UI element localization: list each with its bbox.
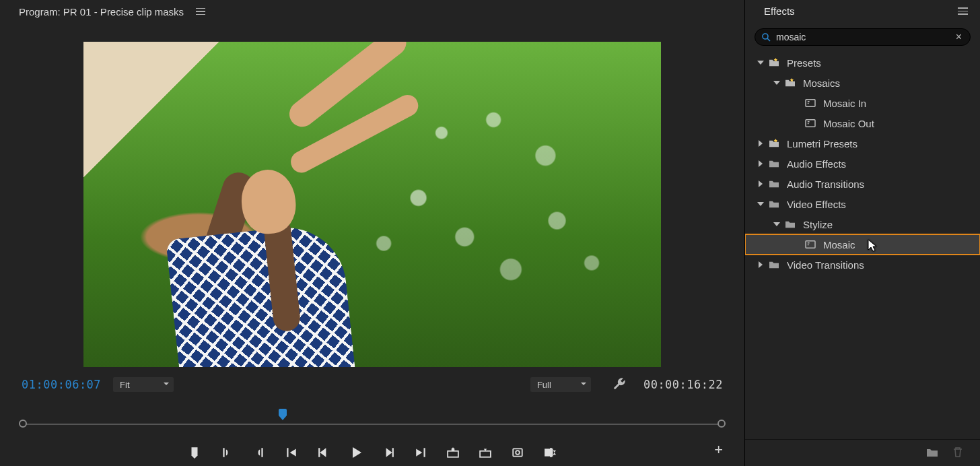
folder-label: Mosaics	[803, 77, 840, 89]
effects-header: Effects	[745, 0, 980, 23]
folder-label: Stylize	[803, 219, 833, 230]
button-editor-icon[interactable]: +	[714, 441, 723, 459]
folder-icon	[784, 220, 796, 229]
preset-mosaic-out[interactable]: Mosaic Out	[745, 113, 980, 133]
folder-label: Video Transitions	[787, 259, 864, 271]
timeline-ruler[interactable]	[22, 409, 723, 429]
step-back-button[interactable]	[318, 446, 330, 459]
go-to-in-button[interactable]	[285, 446, 298, 459]
go-to-out-button[interactable]	[415, 446, 427, 459]
add-marker-button[interactable]	[188, 446, 201, 459]
clear-search-icon[interactable]: ×	[954, 31, 963, 43]
folder-audio-transitions[interactable]: Audio Transitions	[745, 174, 980, 194]
program-title: Program: PR 01 - Precise clip masks	[19, 6, 184, 18]
program-monitor-panel: Program: PR 01 - Precise clip masks 01:0…	[0, 0, 745, 466]
folder-mosaics[interactable]: Mosaics	[745, 73, 980, 93]
preset-folder-icon	[768, 58, 780, 67]
extract-button[interactable]	[479, 446, 491, 459]
ruler-start-handle[interactable]	[19, 420, 27, 428]
preset-folder-icon	[784, 78, 796, 88]
folder-stylize[interactable]: Stylize	[745, 214, 980, 234]
ruler-end-handle[interactable]	[718, 420, 726, 428]
preset-icon	[804, 98, 816, 108]
search-icon	[762, 33, 771, 42]
folder-lumetri-presets[interactable]: Lumetri Presets	[745, 133, 980, 154]
lift-button[interactable]	[447, 446, 459, 459]
settings-wrench-icon[interactable]	[612, 377, 626, 393]
video-preview[interactable]	[83, 42, 661, 367]
effects-tree: Presets Mosaics Mosaic In Mosaic	[745, 50, 980, 439]
item-label: Mosaic Out	[823, 118, 874, 129]
program-monitor	[0, 23, 744, 367]
preset-mosaic-in[interactable]: Mosaic In	[745, 93, 980, 113]
export-frame-button[interactable]	[512, 446, 524, 459]
zoom-dropdown[interactable]: Fit	[113, 377, 174, 392]
effects-footer	[745, 439, 980, 466]
playhead[interactable]	[278, 409, 287, 421]
zoom-value: Fit	[120, 380, 129, 390]
comparison-view-button[interactable]	[544, 446, 556, 459]
effects-title: Effects	[764, 5, 795, 17]
mark-out-button[interactable]	[253, 446, 265, 459]
item-label: Mosaic	[823, 239, 855, 251]
folder-icon	[768, 199, 780, 209]
quality-dropdown[interactable]: Full	[530, 377, 591, 392]
monitor-status-row: 01:00:06:07 Fit Full 00:00:16:22	[0, 367, 744, 397]
folder-audio-effects[interactable]: Audio Effects	[745, 154, 980, 174]
folder-label: Audio Effects	[787, 158, 846, 170]
mark-in-button[interactable]	[221, 446, 233, 459]
new-bin-button[interactable]	[926, 446, 938, 459]
transport-bar: +	[0, 429, 744, 464]
preset-icon	[804, 119, 816, 128]
panel-menu-icon[interactable]	[958, 5, 968, 17]
program-header: Program: PR 01 - Precise clip masks	[0, 0, 744, 23]
play-button[interactable]	[350, 446, 362, 459]
step-forward-button[interactable]	[382, 446, 394, 459]
folder-label: Audio Transitions	[787, 178, 864, 190]
quality-value: Full	[537, 380, 551, 390]
folder-icon	[768, 159, 780, 168]
folder-video-transitions[interactable]: Video Transitions	[745, 255, 980, 275]
current-timecode[interactable]: 01:00:06:07	[22, 378, 101, 391]
panel-menu-icon[interactable]	[196, 8, 205, 15]
effects-panel: Effects × Presets Mosaics	[745, 0, 980, 466]
item-label: Mosaic In	[823, 98, 866, 109]
preset-folder-icon	[768, 139, 780, 148]
folder-icon	[768, 179, 780, 189]
folder-icon	[768, 260, 780, 269]
duration-timecode[interactable]: 00:00:16:22	[643, 378, 723, 391]
folder-presets[interactable]: Presets	[745, 53, 980, 73]
delete-button[interactable]	[952, 446, 964, 459]
effects-search-input[interactable]	[776, 32, 949, 42]
folder-label: Video Effects	[787, 199, 846, 210]
folder-label: Lumetri Presets	[787, 138, 858, 149]
effect-mosaic[interactable]: Mosaic	[745, 234, 980, 255]
effects-search-box[interactable]: ×	[755, 28, 971, 46]
folder-video-effects[interactable]: Video Effects	[745, 194, 980, 214]
preview-content	[158, 82, 386, 367]
effect-icon	[804, 240, 816, 249]
folder-label: Presets	[787, 57, 821, 69]
